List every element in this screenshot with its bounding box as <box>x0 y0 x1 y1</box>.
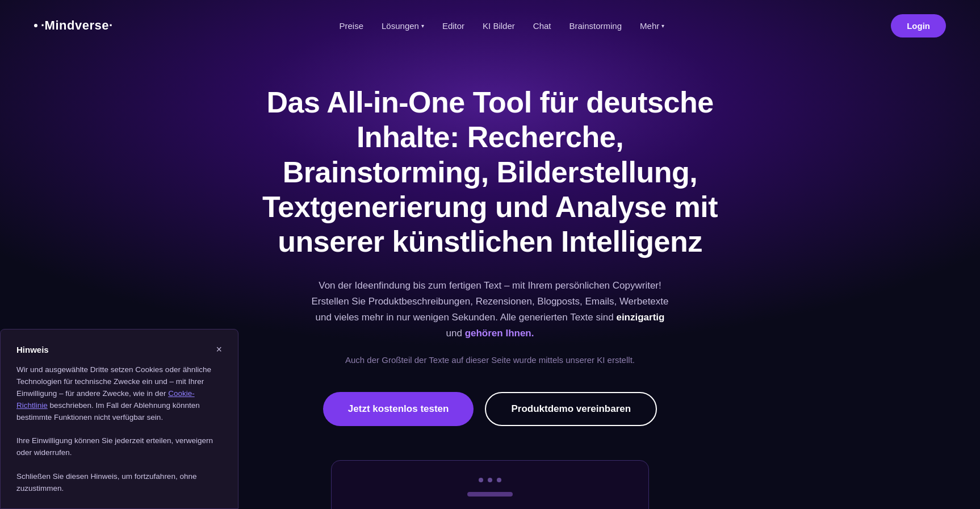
nav-link-brainstorming[interactable]: Brainstorming <box>569 21 622 31</box>
nav-link-mehr[interactable]: Mehr ▾ <box>640 21 664 31</box>
nav-link-loesungen[interactable]: Lösungen ▾ <box>382 21 424 31</box>
hero-desc-bold2: gehören Ihnen. <box>465 328 534 339</box>
nav-item-brainstorming[interactable]: Brainstorming <box>569 21 622 31</box>
nav-item-loesungen[interactable]: Lösungen ▾ <box>382 21 424 31</box>
logo-dot-left <box>34 24 37 27</box>
preview-bar <box>467 492 513 497</box>
cookie-body: Wir und ausgewählte Dritte setzen Cookie… <box>16 364 222 424</box>
hero-desc-text2: und <box>446 328 465 339</box>
preview-dots <box>479 478 501 482</box>
cta-secondary-button[interactable]: Produktdemo vereinbaren <box>485 392 657 426</box>
chevron-down-icon: ▾ <box>421 23 424 29</box>
preview-dot-1 <box>479 478 483 482</box>
nav-item-preise[interactable]: Preise <box>339 21 363 31</box>
nav-links: Preise Lösungen ▾ Editor KI Bilder <box>339 21 664 31</box>
logo-text: ·Mindverse· <box>41 18 113 33</box>
preview-dot-3 <box>497 478 501 482</box>
cookie-text4: Schließen Sie diesen Hinweis, um fortzuf… <box>16 471 222 495</box>
preview-box: Mindverse <box>331 460 649 509</box>
nav-item-ki-bilder[interactable]: KI Bilder <box>483 21 515 31</box>
login-button[interactable]: Login <box>891 14 946 37</box>
nav-link-preise[interactable]: Preise <box>339 21 363 31</box>
nav-item-editor[interactable]: Editor <box>442 21 464 31</box>
chevron-down-icon-mehr: ▾ <box>661 23 664 29</box>
hero-headline: Das All-in-One Tool für deutsche Inhalte… <box>257 85 723 260</box>
nav-link-ki-bilder[interactable]: KI Bilder <box>483 21 515 31</box>
preview-dot-2 <box>488 478 492 482</box>
cta-primary-button[interactable]: Jetzt kostenlos testen <box>323 392 474 426</box>
nav-item-chat[interactable]: Chat <box>533 21 551 31</box>
nav-link-chat[interactable]: Chat <box>533 21 551 31</box>
cookie-header: Hinweis × <box>16 343 222 356</box>
nav-link-editor[interactable]: Editor <box>442 21 464 31</box>
cookie-close-button[interactable]: × <box>216 344 222 354</box>
hero-desc-text1: Von der Ideenfindung bis zum fertigen Te… <box>311 280 668 323</box>
cookie-notice: Hinweis × Wir und ausgewählte Dritte set… <box>0 329 238 509</box>
hero-note: Auch der Großteil der Texte auf dieser S… <box>320 355 660 365</box>
logo[interactable]: ·Mindverse· <box>34 18 113 33</box>
nav-item-mehr[interactable]: Mehr ▾ <box>640 21 664 31</box>
hero-desc-bold1: einzigartig <box>616 312 664 323</box>
cookie-title: Hinweis <box>16 343 49 356</box>
main-nav: ·Mindverse· Preise Lösungen ▾ Editor <box>0 0 980 51</box>
hero-description: Von der Ideenfindung bis zum fertigen Te… <box>308 278 672 341</box>
cookie-text3: Ihre Einwilligung können Sie jederzeit e… <box>16 435 222 459</box>
